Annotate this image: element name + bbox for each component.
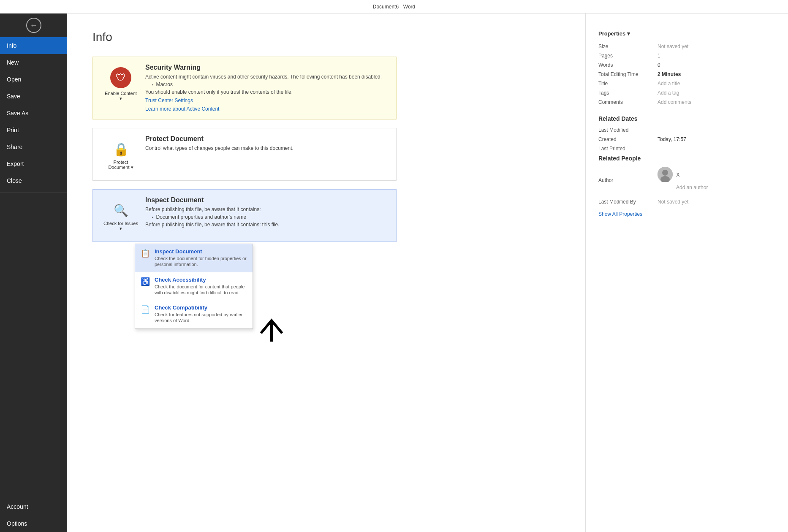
trust-center-link[interactable]: Trust Center Settings [145,98,389,103]
compatibility-icon: 📄 [140,304,150,315]
check-issues-dropdown: 📋 Inspect Document Check the document fo… [135,244,253,329]
lock-icon: 🔒 [110,138,131,160]
inspect-icon: 🔍 [110,200,131,221]
author-row: Author X Add an author [598,167,775,195]
inspect-content: Inspect Document Before publishing this … [142,196,389,229]
sidebar-divider [0,193,67,193]
macros-bullet: Macros [152,81,389,87]
prop-editing-time: Total Editing Time 2 Minutes [598,71,775,77]
prop-words: Words 0 [598,62,775,68]
author-avatar-area: X [658,167,775,182]
last-modified-by-row: Last Modified By Not saved yet [598,199,775,205]
sidebar-item-export[interactable]: Export [0,155,67,172]
back-button[interactable]: ← [0,14,67,37]
security-content: Security Warning Active content might co… [142,64,389,112]
protect-document-button[interactable]: 🔒 Protect Document ▾ [100,135,142,174]
sidebar-item-close[interactable]: Close [0,172,67,189]
prop-last-printed: Last Printed [598,146,775,152]
show-all-properties-link[interactable]: Show All Properties [598,211,642,217]
sidebar-item-save-as[interactable]: Save As [0,105,67,122]
sidebar-item-share[interactable]: Share [0,138,67,155]
cursor-arrow [257,316,286,352]
window-title: Document6 - Word [373,4,415,10]
sidebar-item-options[interactable]: Options [0,515,67,532]
check-issues-button[interactable]: 🔍 Check for Issues ▾ [100,196,142,235]
learn-more-link[interactable]: Learn more about Active Content [145,106,219,112]
related-dates-section: Related Dates Last Modified Created Toda… [598,115,775,152]
sidebar-item-save[interactable]: Save [0,88,67,105]
content-area: Info 🛡 Enable Content ▾ Security Warning… [67,14,585,532]
prop-size: Size Not saved yet [598,43,775,49]
inspect-document-icon: 📋 [140,248,150,258]
prop-tags[interactable]: Tags Add a tag [598,90,775,96]
avatar [658,167,673,182]
prop-last-modified: Last Modified [598,127,775,133]
sidebar-item-open[interactable]: Open [0,71,67,88]
enable-content-button[interactable]: 🛡 Enable Content ▾ [100,64,142,105]
back-icon: ← [26,18,41,33]
svg-point-1 [662,170,668,176]
security-warning-card: 🛡 Enable Content ▾ Security Warning Acti… [92,57,397,119]
properties-header[interactable]: Properties ▾ [598,30,775,37]
sidebar-item-info[interactable]: Info [0,37,67,54]
prop-pages: Pages 1 [598,53,775,59]
add-author-link[interactable]: Add an author [676,185,775,190]
page-title: Info [92,30,560,44]
inspect-document-item[interactable]: 📋 Inspect Document Check the document fo… [135,244,253,272]
check-accessibility-item[interactable]: ♿ Check Accessibility Check the document… [135,272,253,301]
shield-icon: 🛡 [110,67,131,88]
protect-document-card: 🔒 Protect Document ▾ Protect Document Co… [92,128,397,181]
protect-content: Protect Document Control what types of c… [142,135,389,153]
title-bar: Document6 - Word [0,0,788,14]
right-panel: Properties ▾ Size Not saved yet Pages 1 … [585,14,788,532]
sidebar-item-print[interactable]: Print [0,122,67,138]
doc-properties-bullet: Document properties and author's name [152,214,389,220]
sidebar: ← Info New Open Save Save As Print Share… [0,14,67,532]
properties-table: Size Not saved yet Pages 1 Words 0 Total… [598,43,775,105]
prop-comments[interactable]: Comments Add comments [598,99,775,105]
accessibility-icon: ♿ [140,277,150,287]
inspect-document-card: 🔍 Check for Issues ▾ Inspect Document Be… [92,189,397,242]
check-compatibility-item[interactable]: 📄 Check Compatibility Check for features… [135,300,253,328]
prop-title[interactable]: Title Add a title [598,81,775,87]
related-people-section: Related People Author X [598,155,775,217]
sidebar-item-new[interactable]: New [0,54,67,71]
sidebar-item-account[interactable]: Account [0,498,67,515]
prop-created: Created Today, 17:57 [598,136,775,142]
